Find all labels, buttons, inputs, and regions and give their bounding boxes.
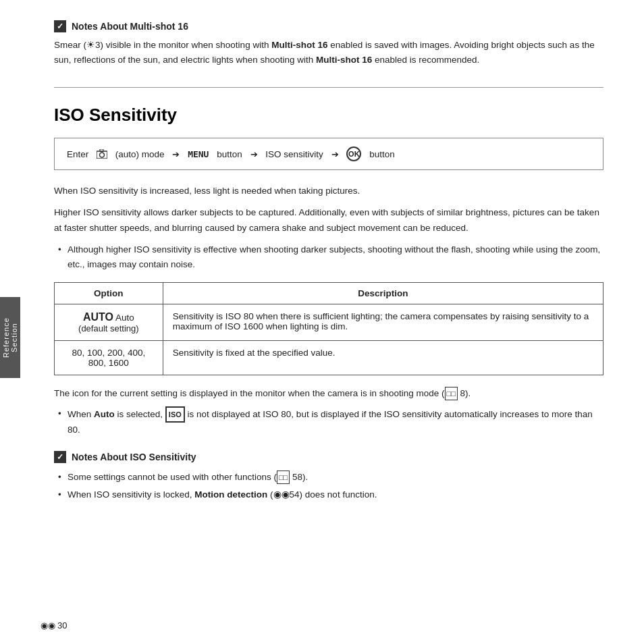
table-row-values: 80, 100, 200, 400, 800, 1600 Sensitivity…	[55, 340, 603, 375]
table-header-option: Option	[55, 282, 163, 304]
notes-bullet-1: Some settings cannot be used with other …	[54, 470, 603, 485]
table-cell-values-option: 80, 100, 200, 400, 800, 1600	[55, 340, 163, 375]
navigation-box: Enter (auto) mode ➔ MENU button ➔ ISO se…	[54, 138, 603, 170]
default-setting: (default setting)	[78, 323, 139, 333]
top-note-header: ✓ Notes About Multi-shot 16	[54, 20, 603, 32]
table-header-description: Description	[163, 282, 603, 304]
nav-button2: button	[369, 149, 395, 159]
auto-label: AUTO	[83, 311, 113, 323]
table-cell-auto-option: AUTO Auto (default setting)	[55, 304, 163, 340]
notes-section: ✓ Notes About ISO Sensitivity Some setti…	[54, 451, 603, 503]
section-divider	[54, 87, 603, 88]
book-ref-icon: □□	[445, 387, 458, 400]
ok-button-icon: OK	[346, 146, 361, 161]
section-title: ISO Sensitivity	[54, 105, 603, 126]
auto-text: Auto	[115, 313, 134, 323]
footer-icon: ◉◉	[41, 620, 55, 630]
notes-title: Notes About ISO Sensitivity	[72, 452, 196, 462]
camera-icon	[97, 149, 107, 159]
nav-iso: ISO sensitivity	[265, 149, 323, 159]
body-text-1: When ISO sensitivity is increased, less …	[54, 184, 603, 198]
iso-badge: ISO	[165, 406, 185, 423]
book-ref-icon-2: □□	[277, 471, 290, 484]
page-footer: ◉◉ 30	[41, 620, 67, 630]
bullet-list-1: Although higher ISO sensitivity is effec…	[54, 242, 603, 273]
nav-enter: Enter	[67, 149, 88, 159]
options-table: Option Description AUTO Auto (default se…	[54, 282, 603, 375]
notes-header: ✓ Notes About ISO Sensitivity	[54, 451, 603, 463]
notes-bullet-2: When ISO sensitivity is locked, Motion d…	[54, 487, 603, 502]
body-text-2: Higher ISO sensitivity allows darker sub…	[54, 205, 603, 236]
page-number: 30	[57, 620, 67, 630]
bullet-item-1: Although higher ISO sensitivity is effec…	[54, 242, 603, 273]
nav-menu: MENU	[188, 149, 209, 159]
arrow-1: ➔	[172, 149, 180, 159]
bullet-list-2: When Auto is selected, ISO is not displa…	[54, 406, 603, 437]
iso-section: ISO Sensitivity Enter (auto) mode ➔ MENU…	[54, 105, 603, 503]
arrow-3: ➔	[331, 149, 339, 159]
notes-bullet-list: Some settings cannot be used with other …	[54, 470, 603, 503]
arrow-2: ➔	[250, 149, 258, 159]
notes-checkbox-icon: ✓	[54, 451, 66, 463]
top-note-section: ✓ Notes About Multi-shot 16 Smear (☀3) v…	[54, 20, 603, 67]
table-row-auto: AUTO Auto (default setting) Sensitivity …	[55, 304, 603, 340]
bullet-item-2: When Auto is selected, ISO is not displa…	[54, 406, 603, 437]
table-cell-auto-desc: Sensitivity is ISO 80 when there is suff…	[163, 304, 603, 340]
svg-rect-2	[100, 149, 103, 152]
svg-point-1	[100, 153, 105, 157]
sidebar-label: Reference Section	[0, 297, 20, 378]
top-note-body: Smear (☀3) visible in the monitor when s…	[54, 38, 603, 67]
top-note-title: Notes About Multi-shot 16	[72, 21, 188, 32]
checkbox-icon: ✓	[54, 20, 66, 32]
table-cell-values-desc: Sensitivity is fixed at the specified va…	[163, 340, 603, 375]
bottom-text-1: The icon for the current setting is disp…	[54, 386, 603, 401]
nav-auto: (auto) mode	[115, 149, 165, 159]
nav-button1: button	[217, 149, 242, 159]
